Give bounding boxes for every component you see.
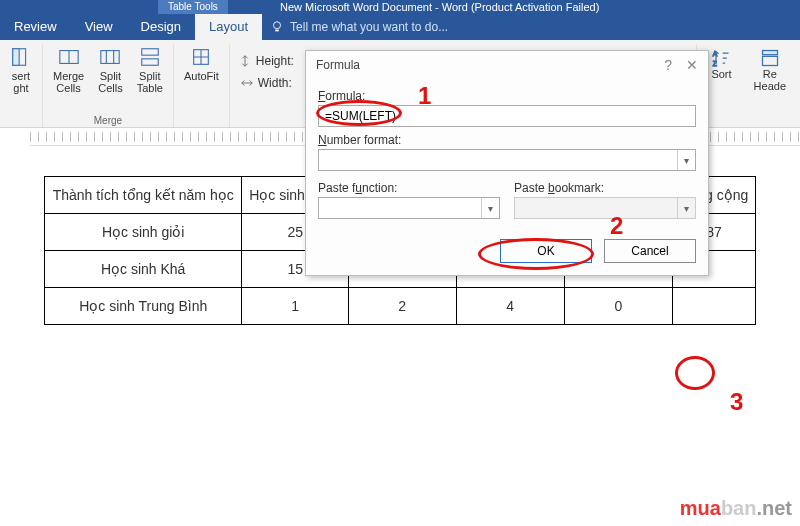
- merge-cells-icon: [58, 46, 80, 68]
- chevron-down-icon[interactable]: ▾: [677, 150, 695, 170]
- svg-rect-9: [142, 59, 159, 65]
- annotation-number-3: 3: [730, 388, 743, 416]
- merge-cells-button[interactable]: Merge Cells: [49, 44, 88, 96]
- paste-bookmark-label: Paste bookmark:: [514, 181, 696, 195]
- group-cell-size: Height: Width:: [230, 44, 302, 127]
- ok-button[interactable]: OK: [500, 239, 592, 263]
- help-icon[interactable]: ?: [664, 57, 672, 73]
- tab-view[interactable]: View: [71, 14, 127, 40]
- table-row: Học sinh Trung Bình 1 2 4 0: [45, 288, 756, 325]
- split-table-icon: [139, 46, 161, 68]
- table-cell[interactable]: 0: [564, 288, 672, 325]
- formula-input[interactable]: [318, 105, 696, 127]
- svg-rect-2: [13, 49, 19, 66]
- svg-rect-14: [762, 56, 777, 65]
- split-table-button[interactable]: Split Table: [133, 44, 167, 96]
- width-label: Width:: [258, 76, 292, 90]
- group-insert-partial: sert ght: [0, 44, 43, 127]
- insert-right-icon: [10, 46, 32, 68]
- group-data: AZ Sort Re Heade: [696, 44, 800, 127]
- svg-point-0: [274, 22, 281, 29]
- tab-layout[interactable]: Layout: [195, 14, 262, 40]
- split-cells-icon: [99, 46, 121, 68]
- paste-function-combo[interactable]: ▾: [318, 197, 500, 219]
- table-cell[interactable]: [673, 288, 756, 325]
- height-row[interactable]: Height:: [238, 50, 294, 72]
- number-format-value: [319, 150, 677, 170]
- dialog-title: Formula: [316, 58, 360, 72]
- close-icon[interactable]: ✕: [686, 57, 698, 73]
- group-merge: Merge Cells Split Cells Split Table Merg…: [43, 44, 174, 127]
- table-cell[interactable]: 2: [349, 288, 456, 325]
- table-cell[interactable]: Học sinh Trung Bình: [45, 288, 242, 325]
- ribbon-tabs: Review View Design Layout Tell me what y…: [0, 14, 800, 40]
- svg-rect-13: [762, 51, 777, 55]
- autofit-icon: [190, 46, 212, 68]
- paste-bookmark-value: [515, 198, 677, 218]
- contextual-tab-label: Table Tools: [158, 0, 228, 14]
- width-row[interactable]: Width:: [240, 72, 292, 94]
- lightbulb-icon: [270, 20, 284, 34]
- height-icon: [238, 54, 252, 68]
- paste-function-value: [319, 198, 481, 218]
- chevron-down-icon: ▾: [677, 198, 695, 218]
- svg-text:Z: Z: [713, 60, 717, 67]
- chevron-down-icon[interactable]: ▾: [481, 198, 499, 218]
- repeat-header-icon: [760, 48, 780, 68]
- svg-text:A: A: [713, 50, 718, 57]
- group-label-merge: Merge: [43, 115, 173, 126]
- formula-label: Formula:: [318, 89, 696, 103]
- table-cell[interactable]: Học sinh giỏi: [45, 214, 242, 251]
- tab-review[interactable]: Review: [0, 14, 71, 40]
- cancel-button[interactable]: Cancel: [604, 239, 696, 263]
- sort-icon: AZ: [711, 48, 731, 68]
- dialog-titlebar[interactable]: Formula ? ✕: [306, 51, 708, 79]
- watermark: muaban.net: [680, 497, 792, 520]
- annotation-circle-3: [675, 356, 715, 390]
- paste-bookmark-combo: ▾: [514, 197, 696, 219]
- table-cell[interactable]: 1: [242, 288, 349, 325]
- number-format-combo[interactable]: ▾: [318, 149, 696, 171]
- window-title: New Microsoft Word Document - Word (Prod…: [280, 1, 599, 13]
- tell-me-placeholder: Tell me what you want to do...: [290, 20, 448, 34]
- table-cell[interactable]: Học sinh Khá: [45, 251, 242, 288]
- group-autofit: AutoFit: [174, 44, 230, 127]
- tab-design[interactable]: Design: [127, 14, 195, 40]
- height-label: Height:: [256, 54, 294, 68]
- svg-rect-8: [142, 49, 159, 55]
- width-icon: [240, 76, 254, 90]
- tell-me-search[interactable]: Tell me what you want to do...: [262, 14, 800, 40]
- table-cell[interactable]: 4: [456, 288, 564, 325]
- insert-right-button[interactable]: sert ght: [6, 44, 36, 96]
- number-format-label: Number format:: [318, 133, 696, 147]
- autofit-button[interactable]: AutoFit: [180, 44, 223, 96]
- svg-rect-5: [101, 51, 119, 64]
- split-cells-button[interactable]: Split Cells: [94, 44, 126, 96]
- table-header[interactable]: Thành tích tổng kết năm học: [45, 177, 242, 214]
- repeat-header-button[interactable]: Re Heade: [746, 44, 794, 96]
- formula-dialog: Formula ? ✕ Formula: Number format: ▾ Pa…: [305, 50, 709, 276]
- titlebar: Table Tools New Microsoft Word Document …: [0, 0, 800, 14]
- paste-function-label: Paste function:: [318, 181, 500, 195]
